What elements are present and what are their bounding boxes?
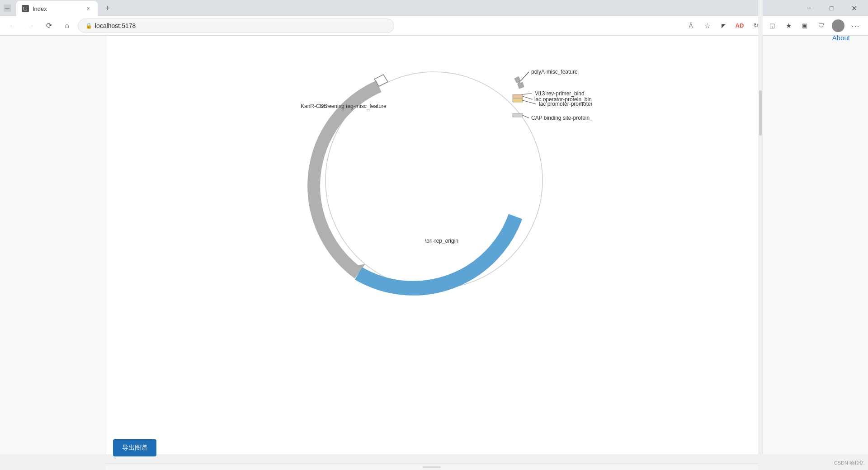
diagram-area[interactable]: polyA-misc_feature M13 rev-primer_bind l… [105,36,763,454]
window-controls [4,5,11,12]
browser-actions: Ã ☆ ◤ AD ↻ ◱ ★ ▣ 🛡 ⋯ [684,19,863,33]
url-text: localhost:5178 [95,22,136,29]
svg-text:CAP binding site-protein_bind: CAP binding site-protein_bind [531,115,592,121]
svg-line-12 [518,85,524,86]
active-tab[interactable]: Index × [16,1,98,16]
svg-text:screening tag-misc_feature: screening tag-misc_feature [321,103,387,109]
right-sidebar [763,36,868,454]
navigation-bar: ← → ⟳ ⌂ 🔒 localhost:5178 Ã ☆ ◤ AD ↻ ◱ ★… [0,16,868,35]
plasmid-diagram: polyA-misc_feature M13 rev-primer_bind l… [276,36,592,338]
svg-text:\ori-rep_origin: \ori-rep_origin [425,238,458,244]
svg-text:M13 rev-primer_bind: M13 rev-primer_bind [534,90,585,97]
svg-rect-6 [513,99,523,102]
adblock-icon[interactable]: AD [732,19,747,33]
back-button[interactable]: ← [5,19,20,33]
shield-icon[interactable]: 🛡 [814,19,828,33]
lock-icon: 🔒 [85,23,92,29]
tab-title: Index [33,5,47,12]
svg-line-10 [523,115,529,118]
svg-text:polyA-misc_feature: polyA-misc_feature [531,69,578,75]
collections-icon[interactable]: ▣ [797,19,812,33]
forward-button[interactable]: → [24,19,38,33]
scrollbar-thumb[interactable] [759,90,762,136]
svg-line-11 [515,79,520,81]
reader-view-icon[interactable]: Ã [684,19,698,33]
main-content: polyA-misc_feature M13 rev-primer_bind l… [0,36,868,454]
split-icon[interactable]: ◤ [716,19,731,33]
favorites-icon[interactable]: ★ [781,19,796,33]
svg-rect-9 [513,113,523,117]
minimize-button[interactable]: − [798,1,819,15]
menu-button[interactable]: ⋯ [848,19,863,33]
extensions-icon[interactable]: ◱ [765,19,779,33]
bottom-scroll-area [105,464,758,470]
svg-line-8 [523,100,536,104]
address-bar[interactable]: 🔒 localhost:5178 [78,19,394,33]
svg-line-7 [523,96,533,99]
svg-rect-5 [513,94,523,98]
csdn-watermark: CSDN 哈拉忆 [834,460,864,466]
window-buttons[interactable]: − □ ✕ [798,1,864,15]
profile-icon[interactable] [832,19,844,32]
tab-close-button[interactable]: × [84,5,92,13]
left-sidebar [0,36,105,454]
maximize-button[interactable]: □ [821,1,842,15]
scroll-indicator [423,466,441,468]
export-button[interactable]: 导出图谱 [113,439,156,456]
refresh-button[interactable]: ⟳ [42,19,56,33]
home-button[interactable]: ⌂ [60,19,74,33]
tab-favicon [22,5,29,12]
scrollbar[interactable] [758,0,763,470]
new-tab-button[interactable]: + [101,2,114,14]
bookmark-icon[interactable]: ☆ [700,19,714,33]
svg-line-3 [518,72,529,84]
svg-text:lac promoter-promoter: lac promoter-promoter [539,101,592,107]
close-button[interactable]: ✕ [844,1,864,15]
about-link[interactable]: About [832,34,850,42]
